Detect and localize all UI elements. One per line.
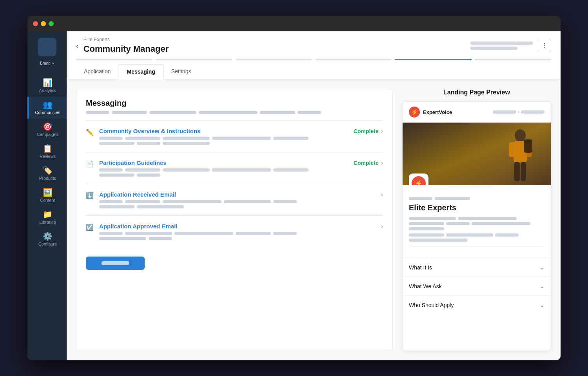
campaigns-icon: 🎯 (43, 123, 53, 130)
header-left: ‹ Elite Experts Community Manager (76, 37, 169, 54)
sidebar-item-campaigns[interactable]: 🎯 Campaigns (27, 119, 67, 141)
sidebar-item-label: Reviews (40, 154, 56, 159)
accordion-who-should-apply[interactable]: Who Should Apply ⌄ (403, 295, 551, 314)
save-button[interactable] (86, 257, 145, 270)
page-title: Community Manager (83, 44, 169, 54)
item-meta (99, 200, 373, 203)
titlebar (27, 16, 561, 31)
sidebar-item-label: Campaigns (37, 132, 59, 137)
header-placeholder (470, 42, 533, 50)
back-button[interactable]: ‹ (76, 42, 79, 49)
svg-rect-4 (514, 162, 520, 181)
minimize-button[interactable] (41, 21, 46, 26)
content-icon: 🖼️ (43, 188, 53, 196)
app-window: Brand ▾ 📊 Analytics 👥 Communities 🎯 Camp… (27, 16, 561, 360)
preview-title: Landing Page Preview (402, 89, 551, 96)
sidebar-item-label: Libraries (39, 220, 56, 224)
accordion-what-we-ask[interactable]: What We Ask ⌄ (403, 277, 551, 295)
participation-guidelines-link[interactable]: Participation Guidelines (99, 159, 348, 166)
sidebar-item-label: Configure (38, 242, 57, 246)
brand-selector[interactable]: Brand ▾ (40, 61, 54, 65)
tab-settings[interactable]: Settings (163, 64, 199, 80)
messaging-item-application-approved: ☑️ Application Approved Email (86, 215, 383, 247)
community-overview-link[interactable]: Community Overview & Instructions (99, 128, 348, 134)
item-status-complete: Complete › (354, 128, 383, 135)
chevron-right-icon[interactable]: › (381, 191, 383, 198)
communities-icon: 👥 (43, 101, 53, 108)
progress-1 (76, 59, 152, 60)
svg-point-0 (515, 129, 526, 142)
item-status-empty: › (379, 191, 383, 198)
more-options-button[interactable]: ⋮ (538, 39, 551, 52)
header-right: ⋮ (470, 39, 551, 52)
chevron-down-icon: ⌄ (539, 282, 544, 290)
person-silhouette (506, 128, 535, 185)
community-name: Elite Experts (409, 203, 544, 212)
chevron-right-icon[interactable]: › (381, 223, 383, 230)
community-tag (409, 197, 544, 200)
status-badge: Complete (354, 160, 379, 166)
sidebar-item-label: Communities (35, 110, 60, 115)
main-content: ‹ Elite Experts Community Manager (67, 31, 561, 360)
expertvoice-logo: ⚡ ExpertVoice (409, 107, 452, 118)
progress-5 (395, 59, 471, 60)
app-body: Brand ▾ 📊 Analytics 👥 Communities 🎯 Camp… (27, 31, 561, 360)
item-meta (99, 168, 348, 172)
application-approved-link[interactable]: Application Approved Email (99, 223, 373, 230)
ev-header-placeholders (493, 110, 544, 114)
header-top-row: ‹ Elite Experts Community Manager (76, 37, 551, 54)
messaging-description (86, 111, 383, 114)
breadcrumb: Elite Experts (83, 37, 169, 42)
sidebar-item-label: Products (39, 176, 56, 181)
svg-rect-6 (524, 139, 532, 153)
configure-icon: ⚙️ (43, 232, 53, 240)
item-content: Community Overview & Instructions (99, 128, 348, 145)
sidebar-item-analytics[interactable]: 📊 Analytics (27, 75, 67, 97)
avatar (38, 38, 56, 56)
progress-bar (76, 59, 551, 60)
messaging-item-application-received: ⬇️ Application Received Email (86, 184, 383, 215)
progress-3 (236, 59, 312, 60)
accordion-label: What It Is (409, 264, 432, 271)
ph-line-1 (470, 42, 533, 45)
ev-header: ⚡ ExpertVoice (403, 102, 551, 123)
brand-badge: ⚡ (409, 174, 428, 185)
libraries-icon: 📁 (43, 210, 53, 218)
sidebar-item-communities[interactable]: 👥 Communities (27, 97, 67, 119)
reviews-icon: 📋 (43, 145, 53, 152)
sidebar: Brand ▾ 📊 Analytics 👥 Communities 🎯 Camp… (27, 31, 67, 360)
title-area: Elite Experts Community Manager (83, 37, 169, 54)
brand-chevron-icon: ▾ (52, 61, 54, 65)
sidebar-item-products[interactable]: 🏷️ Products (27, 163, 67, 184)
tab-messaging[interactable]: Messaging (119, 64, 163, 80)
progress-4 (315, 59, 392, 60)
accordion-what-it-is[interactable]: What It Is ⌄ (403, 258, 551, 277)
close-button[interactable] (33, 21, 38, 26)
sidebar-item-configure[interactable]: ⚙️ Configure (27, 228, 67, 250)
edit-icon: ✏️ (86, 128, 94, 136)
brand-label: Brand (40, 61, 51, 65)
sidebar-item-content[interactable]: 🖼️ Content (27, 184, 67, 206)
maximize-button[interactable] (49, 21, 54, 26)
item-meta (99, 137, 348, 140)
accordion-label: What We Ask (409, 283, 442, 289)
ev-logo-icon: ⚡ (409, 107, 420, 118)
analytics-icon: 📊 (43, 79, 53, 87)
preview-card-body: Elite Experts (403, 185, 551, 258)
chevron-right-icon[interactable]: › (381, 159, 383, 166)
tab-application[interactable]: Application (76, 64, 119, 80)
chevron-right-icon[interactable]: › (381, 128, 383, 135)
sidebar-item-label: Content (40, 198, 55, 202)
brand-badge-icon: ⚡ (412, 176, 426, 185)
ph-line-2 (470, 47, 517, 50)
sidebar-item-libraries[interactable]: 📁 Libraries (27, 206, 67, 228)
progress-2 (156, 59, 232, 60)
item-status-empty-2: › (379, 223, 383, 230)
application-received-link[interactable]: Application Received Email (99, 191, 373, 198)
hero-image: ⚡ (403, 123, 551, 185)
sidebar-item-reviews[interactable]: 📋 Reviews (27, 141, 67, 163)
item-meta (99, 232, 373, 235)
check-circle-icon: ☑️ (86, 224, 94, 231)
item-status-complete-2: Complete › (354, 159, 383, 166)
item-content: Application Approved Email (99, 223, 373, 240)
